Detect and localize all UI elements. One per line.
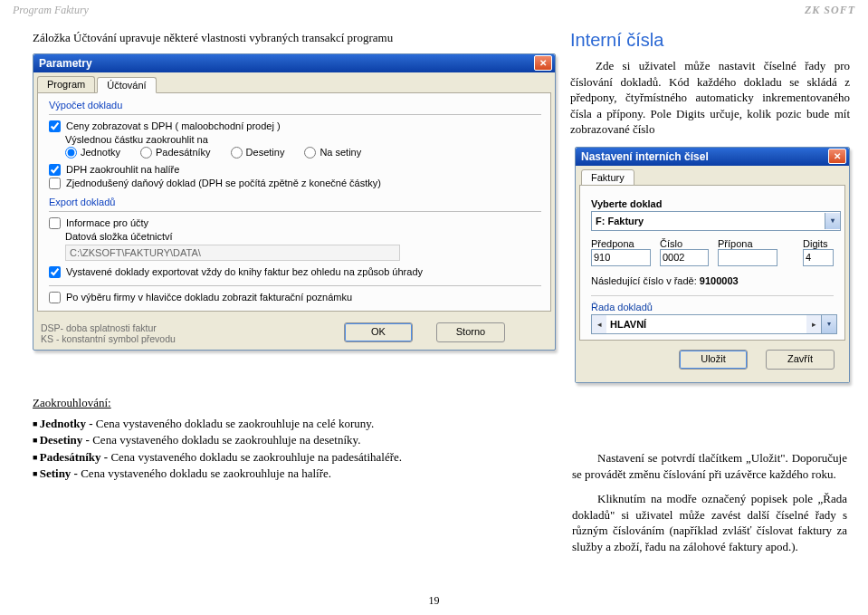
storno-button[interactable]: Storno (436, 322, 505, 342)
tab-uctovani[interactable]: Účtování (97, 77, 156, 93)
chk-dph-halire[interactable] (49, 164, 61, 176)
list-item: Padesátníky - Cena vystaveného dokladu s… (33, 449, 548, 466)
ulozit-button[interactable]: Uložit (679, 350, 748, 370)
radio-desetiny[interactable] (231, 147, 243, 159)
titlebar-ic-title: Nastavení interních čísel (581, 150, 709, 163)
chevron-right-icon[interactable]: ▸ (806, 315, 821, 333)
interni-cisla-para: Zde si uživatel může nastavit číselné řa… (570, 58, 850, 138)
nastaveni-internich-cisel-window: Nastavení interních čísel ✕ Faktury Vybe… (575, 147, 850, 383)
chk-export-vzdy-label: Vystavené doklady exportovat vždy do kni… (66, 266, 423, 277)
parametry-window: Parametry ✕ Program Účtování Výpočet dok… (33, 53, 556, 351)
digits-label: Digits (803, 238, 834, 249)
close-icon[interactable]: ✕ (534, 55, 552, 71)
rada-dokladu-label[interactable]: Řada dokladů (591, 302, 834, 312)
tab-program[interactable]: Program (37, 76, 95, 92)
radio-setiny[interactable] (304, 147, 316, 159)
chk-dph-halire-label: DPH zaokrouhlit na halíře (66, 164, 179, 175)
chk-info-ucty[interactable] (49, 217, 61, 229)
cislo-label: Číslo (660, 238, 709, 249)
radio-padesatniky[interactable] (140, 147, 152, 159)
interni-cisla-heading: Interní čísla (570, 30, 850, 51)
doklad-select[interactable]: F: Faktury ▾ (591, 211, 841, 231)
page-header: Program Faktury ZK SOFT (0, 0, 868, 17)
chk-ceny-s-dph[interactable] (49, 120, 61, 132)
note-ulozit: Nastavení se potvrdí tlačítkem „Uložit".… (572, 450, 847, 482)
section-vypocet: Výpočet dokladu (49, 100, 541, 111)
chevron-left-icon[interactable]: ◂ (592, 315, 606, 333)
rounding-radios: Jednotky Padesátníky Desetiny Na setiny (65, 147, 541, 159)
radio-jednotky[interactable] (65, 147, 77, 159)
pripona-label: Přípona (718, 238, 777, 249)
next-number-value: 9100003 (700, 275, 739, 286)
pripona-input[interactable] (718, 249, 777, 266)
data-folder-path[interactable]: C:\ZKSOFT\FAKTURY\DATA\ (65, 245, 400, 261)
doklad-select-value: F: Faktury (596, 216, 644, 226)
header-left: Program Faktury (13, 4, 89, 17)
predpona-input[interactable] (591, 249, 651, 266)
chk-info-ucty-label: Informace pro účty (66, 217, 148, 228)
predpona-label: Předpona (591, 238, 651, 249)
note-rada-dokladu: Kliknutím na modře označený popisek pole… (572, 491, 847, 554)
zaokrouhlovani-list: Jednotky - Cena vystaveného dokladu se z… (33, 416, 548, 482)
next-number-label: Následující číslo v řadě: (591, 275, 697, 286)
chk-export-vzdy[interactable] (49, 266, 61, 278)
zavrit-button[interactable]: Zavřít (766, 350, 835, 370)
titlebar-interni-cisla[interactable]: Nastavení interních čísel ✕ (576, 148, 849, 166)
titlebar-parametry[interactable]: Parametry ✕ (33, 54, 555, 72)
titlebar-title: Parametry (39, 57, 92, 70)
list-item: Jednotky - Cena vystaveného dokladu se z… (33, 416, 548, 432)
header-brand: ZK SOFT (805, 4, 855, 17)
chevron-down-icon[interactable]: ▾ (825, 213, 840, 229)
chk-ceny-s-dph-label: Ceny zobrazovat s DPH ( maloobchodní pro… (66, 120, 281, 131)
chk-fakt-poznamka-label: Po výběru firmy v hlavičce dokladu zobra… (66, 292, 352, 303)
list-item: Setiny - Cena vystaveného dokladu se zao… (33, 466, 548, 482)
footer-ks: KS - konstantní symbol převodu (41, 333, 294, 345)
vyberte-doklad-label: Vyberte doklad (591, 198, 834, 209)
tab-panel-uctovani: Výpočet dokladu Ceny zobrazovat s DPH ( … (37, 92, 551, 312)
list-item: Desetiny - Cena vystaveného dokladu se z… (33, 432, 548, 448)
chk-zjednoduseny-label: Zjednodušený daňový doklad (DPH se počít… (66, 178, 381, 188)
chevron-down-icon[interactable]: ▾ (821, 315, 836, 333)
ok-button[interactable]: OK (344, 322, 413, 342)
page-number: 19 (0, 594, 868, 608)
tab-faktury[interactable]: Faktury (581, 169, 634, 186)
intro-text: Záložka Účtování upravuje některé vlastn… (33, 30, 554, 46)
chk-fakt-poznamka[interactable] (49, 292, 61, 303)
cislo-input[interactable] (660, 249, 709, 266)
rada-dokladu-picker[interactable]: ◂ HLAVNÍ ▸ ▾ (591, 314, 837, 334)
round-label: Výslednou částku zaokrouhlit na (65, 134, 541, 145)
rada-dokladu-value: HLAVNÍ (606, 319, 806, 330)
data-folder-label: Datová složka účetnictví (65, 231, 541, 242)
zaokrouhlovani-heading: Zaokrouhlování: (33, 396, 548, 410)
section-export: Export dokladů (49, 197, 541, 207)
close-icon[interactable]: ✕ (828, 149, 846, 164)
chk-zjednoduseny[interactable] (49, 178, 61, 189)
digits-input[interactable] (803, 249, 834, 266)
